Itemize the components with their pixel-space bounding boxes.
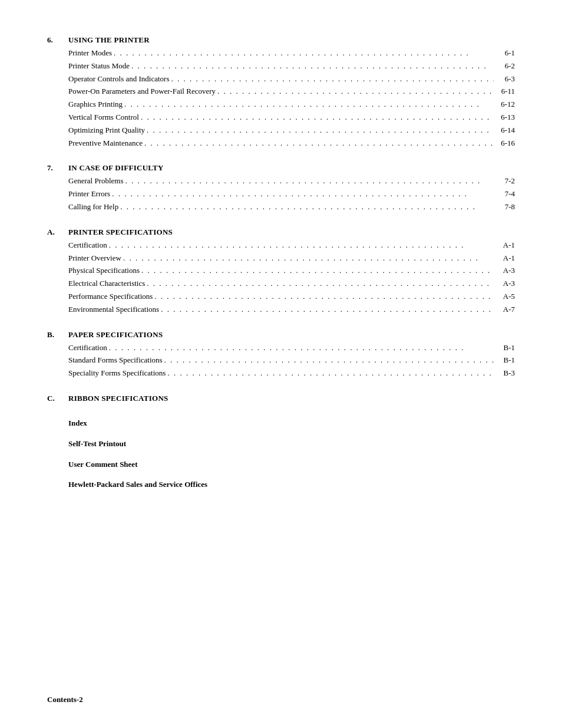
entry-page: A-3 bbox=[494, 278, 515, 290]
entry-page: 6-13 bbox=[494, 111, 515, 124]
standalone-items: IndexSelf-Test PrintoutUser Comment Shee… bbox=[68, 417, 515, 491]
toc-section: B.PAPER SPECIFICATIONSCertification. . .… bbox=[47, 330, 515, 380]
toc-entry: Optimizing Print Quality. . . . . . . . … bbox=[68, 124, 515, 137]
entry-label: Printer Overview bbox=[68, 252, 121, 265]
toc-entry: Certification. . . . . . . . . . . . . .… bbox=[68, 342, 515, 354]
toc-section: C.RIBBON SPECIFICATIONS bbox=[47, 394, 515, 403]
entry-dots: . . . . . . . . . . . . . . . . . . . . … bbox=[216, 85, 494, 98]
entry-label: Operator Controls and Indicators bbox=[68, 73, 169, 85]
toc-container: 6.USING THE PRINTERPrinter Modes. . . . … bbox=[47, 35, 515, 491]
section-number: A. bbox=[47, 228, 68, 237]
entry-page: B-3 bbox=[494, 367, 515, 380]
standalone-item: User Comment Sheet bbox=[68, 459, 515, 471]
entry-label: Graphics Printing bbox=[68, 98, 123, 111]
toc-entry: Vertical Forms Control. . . . . . . . . … bbox=[68, 111, 515, 124]
toc-entry: Environmental Specifications. . . . . . … bbox=[68, 304, 515, 316]
toc-section: 7.IN CASE OF DIFFICULTYGeneral Problems.… bbox=[47, 163, 515, 213]
entry-page: 6-2 bbox=[494, 60, 515, 73]
entry-label: Calling for Help bbox=[68, 201, 118, 213]
entry-dots: . . . . . . . . . . . . . . . . . . . . … bbox=[169, 73, 494, 85]
entry-dots: . . . . . . . . . . . . . . . . . . . . … bbox=[163, 354, 494, 367]
entry-page: B-1 bbox=[494, 354, 515, 367]
toc-entry: Printer Overview. . . . . . . . . . . . … bbox=[68, 252, 515, 265]
section-number: 6. bbox=[47, 35, 68, 45]
toc-entry: Printer Status Mode. . . . . . . . . . .… bbox=[68, 60, 515, 73]
entry-page: 6-3 bbox=[494, 73, 515, 85]
toc-entry: Standard Forms Specifications. . . . . .… bbox=[68, 354, 515, 367]
entry-dots: . . . . . . . . . . . . . . . . . . . . … bbox=[130, 60, 494, 73]
toc-section: 6.USING THE PRINTERPrinter Modes. . . . … bbox=[47, 35, 515, 149]
entry-label: Certification bbox=[68, 239, 107, 252]
entry-dots: . . . . . . . . . . . . . . . . . . . . … bbox=[143, 137, 494, 150]
entry-label: Power-On Parameters and Power-Fail Recov… bbox=[68, 85, 216, 98]
entry-page: B-1 bbox=[494, 342, 515, 354]
entry-page: 7-8 bbox=[494, 201, 515, 213]
entry-dots: . . . . . . . . . . . . . . . . . . . . … bbox=[139, 111, 494, 124]
entry-page: A-7 bbox=[494, 304, 515, 316]
entry-dots: . . . . . . . . . . . . . . . . . . . . … bbox=[107, 342, 494, 354]
toc-entry: Preventive Maintenance. . . . . . . . . … bbox=[68, 137, 515, 150]
entry-page: 6-16 bbox=[494, 137, 515, 150]
toc-entry: Physical Specifications. . . . . . . . .… bbox=[68, 265, 515, 277]
entry-page: A-1 bbox=[494, 252, 515, 265]
entry-label: General Problems bbox=[68, 175, 124, 187]
toc-section: A.PRINTER SPECIFICATIONSCertification. .… bbox=[47, 228, 515, 316]
entry-label: Preventive Maintenance bbox=[68, 137, 143, 150]
entry-dots: . . . . . . . . . . . . . . . . . . . . … bbox=[145, 124, 494, 137]
entry-dots: . . . . . . . . . . . . . . . . . . . . … bbox=[123, 98, 494, 111]
section-number: 7. bbox=[47, 163, 68, 173]
entry-page: 6-12 bbox=[494, 98, 515, 111]
standalone-item: Self-Test Printout bbox=[68, 438, 515, 450]
entry-page: A-3 bbox=[494, 265, 515, 277]
entry-dots: . . . . . . . . . . . . . . . . . . . . … bbox=[121, 252, 494, 265]
toc-entry: Speciality Forms Specifications. . . . .… bbox=[68, 367, 515, 380]
section-number: C. bbox=[47, 394, 68, 403]
section-title: IN CASE OF DIFFICULTY bbox=[68, 163, 164, 173]
entry-dots: . . . . . . . . . . . . . . . . . . . . … bbox=[124, 175, 494, 187]
toc-entry: General Problems. . . . . . . . . . . . … bbox=[68, 175, 515, 187]
toc-entry: Printer Modes. . . . . . . . . . . . . .… bbox=[68, 47, 515, 60]
entry-label: Standard Forms Specifications bbox=[68, 354, 163, 367]
entry-label: Printer Errors bbox=[68, 188, 110, 200]
entry-label: Printer Modes bbox=[68, 47, 112, 60]
entry-dots: . . . . . . . . . . . . . . . . . . . . … bbox=[153, 291, 494, 303]
entry-label: Speciality Forms Specifications bbox=[68, 367, 166, 380]
toc-entry: Printer Errors. . . . . . . . . . . . . … bbox=[68, 188, 515, 200]
entry-dots: . . . . . . . . . . . . . . . . . . . . … bbox=[145, 278, 494, 290]
entry-dots: . . . . . . . . . . . . . . . . . . . . … bbox=[166, 367, 494, 380]
entry-page: 6-1 bbox=[494, 47, 515, 60]
entry-page: 6-14 bbox=[494, 124, 515, 137]
entry-dots: . . . . . . . . . . . . . . . . . . . . … bbox=[118, 201, 494, 213]
entry-label: Optimizing Print Quality bbox=[68, 124, 145, 137]
entry-label: Performance Specifications bbox=[68, 291, 153, 303]
entry-page: 6-11 bbox=[494, 85, 515, 98]
entry-label: Printer Status Mode bbox=[68, 60, 130, 73]
toc-entry: Graphics Printing. . . . . . . . . . . .… bbox=[68, 98, 515, 111]
entry-label: Vertical Forms Control bbox=[68, 111, 139, 124]
entry-page: 7-4 bbox=[494, 188, 515, 200]
entry-page: A-1 bbox=[494, 239, 515, 252]
toc-entry: Performance Specifications. . . . . . . … bbox=[68, 291, 515, 303]
entry-page: 7-2 bbox=[494, 175, 515, 187]
toc-entry: Calling for Help. . . . . . . . . . . . … bbox=[68, 201, 515, 213]
footer-label: Contents-2 bbox=[47, 695, 83, 704]
standalone-item: Hewlett-Packard Sales and Service Office… bbox=[68, 479, 515, 491]
section-number: B. bbox=[47, 330, 68, 340]
entry-label: Environmental Specifications bbox=[68, 304, 159, 316]
toc-entry: Operator Controls and Indicators. . . . … bbox=[68, 73, 515, 85]
toc-entry: Power-On Parameters and Power-Fail Recov… bbox=[68, 85, 515, 98]
section-title: RIBBON SPECIFICATIONS bbox=[68, 394, 168, 403]
entry-dots: . . . . . . . . . . . . . . . . . . . . … bbox=[112, 47, 494, 60]
section-title: USING THE PRINTER bbox=[68, 35, 150, 45]
entry-dots: . . . . . . . . . . . . . . . . . . . . … bbox=[107, 239, 494, 252]
page: 6.USING THE PRINTERPrinter Modes. . . . … bbox=[0, 0, 562, 728]
entry-page: A-5 bbox=[494, 291, 515, 303]
entry-dots: . . . . . . . . . . . . . . . . . . . . … bbox=[159, 304, 494, 316]
entry-label: Physical Specifications bbox=[68, 265, 140, 277]
standalone-item: Index bbox=[68, 417, 515, 430]
section-title: PRINTER SPECIFICATIONS bbox=[68, 228, 173, 237]
entry-label: Electrical Characteristics bbox=[68, 278, 145, 290]
section-title: PAPER SPECIFICATIONS bbox=[68, 330, 163, 340]
toc-entry: Certification. . . . . . . . . . . . . .… bbox=[68, 239, 515, 252]
entry-dots: . . . . . . . . . . . . . . . . . . . . … bbox=[140, 265, 494, 277]
